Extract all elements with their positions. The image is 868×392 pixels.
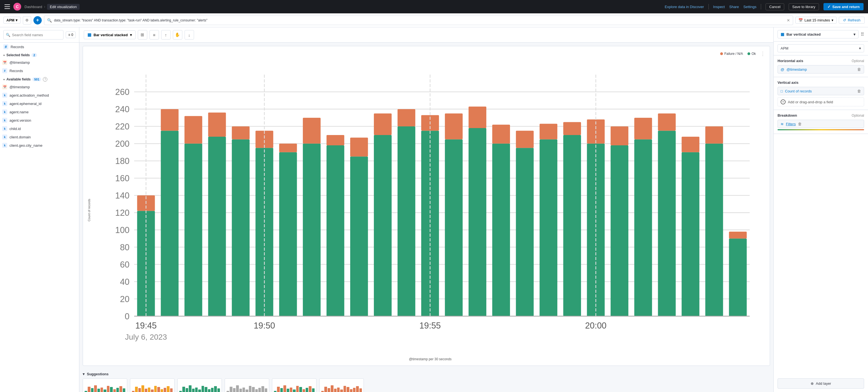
available-field-item[interactable]: kagent.version [0,116,79,124]
chevron-down-icon: ▾ [3,78,5,81]
sort-asc-icon: ↑ [165,33,167,37]
suggestion-card[interactable] [272,379,316,392]
available-field-item[interactable]: kchild.id [0,124,79,133]
sort-asc-button[interactable]: ↑ [161,30,170,39]
svg-rect-56 [468,128,486,316]
date-picker-button[interactable]: 📅 Last 15 minutes ▾ [795,17,837,24]
svg-text:160: 160 [115,174,129,183]
svg-rect-35 [208,113,226,137]
svg-text:220: 220 [115,122,129,131]
available-field-item[interactable]: kclient.geo.city_name [0,141,79,150]
suggestion-card[interactable] [319,379,364,392]
selected-field-item[interactable]: 📅@timestamp [0,58,79,66]
clear-search-button[interactable]: ✕ [787,18,790,23]
svg-text:100: 100 [115,225,129,235]
horizontal-axis-label-row: Horizontal axis Optional [777,59,864,63]
chart-inner: 02040608010012014016018020022024026019:4… [95,59,765,361]
svg-rect-32 [185,144,203,316]
breadcrumb-dashboard[interactable]: Dashboard [25,5,42,9]
svg-rect-44 [327,145,344,316]
cancel-button[interactable]: Cancel [766,3,784,10]
svg-rect-43 [303,118,321,144]
field-filter-count-button[interactable]: ≡ 0 [66,31,76,38]
available-field-item[interactable]: kagent.name [0,108,79,116]
selected-field-item[interactable]: #Records [0,66,79,75]
svg-text:July 6, 2023: July 6, 2023 [125,333,167,341]
refresh-button[interactable]: ↺ Refresh [839,17,865,24]
available-field-item[interactable]: kclient.domain [0,133,79,141]
suggestions-header[interactable]: ▾ Suggestions [83,369,770,379]
horizontal-axis-section: Horizontal axis Optional @ @timestamp 🗑 [774,55,868,77]
svg-rect-78 [729,239,747,316]
settings-link[interactable]: Settings [743,5,756,9]
svg-rect-36 [232,139,250,316]
breadcrumb: Dashboard › Edit visualization [25,4,80,10]
main-layout: 🔍 ≡ 0 # Records ▾ Selected fields 2 📅@ti… [0,27,868,392]
save-library-button[interactable]: Save to library [789,3,819,10]
options-button[interactable]: ≡ [150,30,159,39]
field-type-icon: k [2,126,7,131]
filter-options-button[interactable]: ⚙ [23,16,31,25]
search-icon: 🔍 [6,33,10,37]
svg-rect-65 [563,122,581,135]
legend-more-icon[interactable]: ⋮ [760,51,765,57]
add-layer-button[interactable]: ⊕ Add layer [777,379,864,389]
right-panel: ▦ Bar vertical stacked ▾ ⠿ APM ▾ Horizon… [773,27,868,392]
svg-text:140: 140 [115,191,129,201]
share-link[interactable]: Share [729,5,739,9]
suggestion-card[interactable] [225,379,269,392]
svg-rect-54 [445,139,463,316]
inspect-link[interactable]: Inspect [713,5,725,9]
y-axis-label: Count of records [87,199,93,221]
info-icon[interactable]: ? [43,77,47,82]
delete-vertical-axis-button[interactable]: 🗑 [857,89,861,93]
available-field-item[interactable]: kagent.ephemeral_id [0,99,79,108]
right-panel-type-selector[interactable]: ▦ Bar vertical stacked ▾ [777,30,859,38]
data-source-section: APM ▾ [774,41,868,55]
bar-chart-icon: ▦ [87,32,91,37]
svg-text:200: 200 [115,139,129,149]
records-field-item[interactable]: # Records [0,42,79,51]
field-search-input[interactable] [12,33,61,37]
suggestion-card[interactable] [130,379,175,392]
search-input[interactable] [54,19,784,22]
svg-rect-70 [634,139,652,316]
available-fields-section[interactable]: ▾ Available fields 501 ? [0,75,79,83]
field-type-icon: # [2,68,7,73]
apm-dropdown[interactable]: APM ▾ [3,17,21,24]
drag-button[interactable]: ✋ [173,30,182,39]
svg-text:120: 120 [115,208,129,218]
options-icon: ≡ [153,33,155,37]
add-filter-button[interactable]: + [33,16,42,25]
svg-rect-57 [468,107,486,128]
add-field-button[interactable]: + Add or drag-and-drop a field [777,97,864,107]
svg-rect-52 [421,130,439,316]
save-return-button[interactable]: ✓ Save and return [824,3,864,10]
available-field-item[interactable]: 📅@timestamp [0,83,79,91]
available-field-item[interactable]: kagent.activation_method [0,91,79,99]
breakdown-filters-link[interactable]: Filters [786,122,796,126]
svg-rect-72 [658,130,676,316]
x-axis-label: @timestamp per 30 seconds [95,357,765,361]
hamburger-menu[interactable] [4,4,10,9]
svg-text:0: 0 [125,311,129,321]
selected-fields-section[interactable]: ▾ Selected fields 2 [0,51,79,58]
svg-rect-49 [374,113,392,135]
svg-rect-41 [279,144,297,152]
filter-icon: ≡ [68,33,70,37]
svg-rect-48 [374,135,392,316]
data-source-dropdown[interactable]: APM ▾ [777,44,864,52]
svg-rect-60 [516,148,534,316]
suggestion-card[interactable] [83,379,127,392]
selected-fields-list: 📅@timestamp#Records [0,58,79,75]
table-view-button[interactable]: ⊞ [138,30,147,39]
download-button[interactable]: ↓ [185,30,194,39]
chevron-down-icon: ▾ [854,32,856,36]
suggestion-card[interactable] [177,379,222,392]
delete-breakdown-button[interactable]: 🗑 [798,122,802,126]
more-options-icon[interactable]: ⠿ [861,32,864,37]
delete-horizontal-axis-button[interactable]: 🗑 [857,67,861,71]
svg-rect-64 [563,135,581,316]
viz-type-selector[interactable]: ▦ Bar vertical stacked ▾ [84,30,135,39]
explore-data-link[interactable]: Explore data in Discover [665,5,704,9]
